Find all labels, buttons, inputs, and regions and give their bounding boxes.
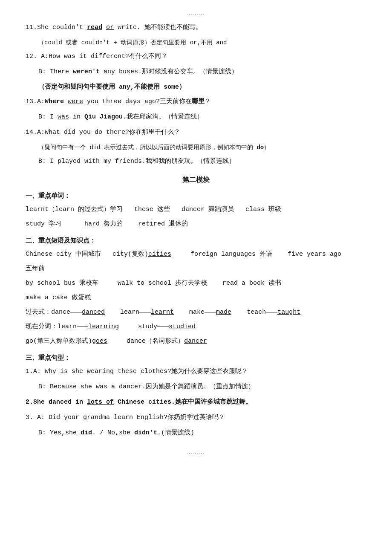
past-tense-line: 过去式：dance———danced learn———learnt make——… (26, 306, 366, 319)
learnt-underline: learnt (151, 309, 174, 316)
bottom-dots: ……… (26, 448, 366, 457)
cities-underline: cities (148, 251, 171, 258)
present-participle-line: 现在分词：learn———learning study———studied (26, 321, 366, 333)
made-underline: made (216, 309, 231, 316)
were-underline: were (68, 98, 83, 105)
go-dance-line: go(第三人称单数形式)goes dance（名词形式）dancer (26, 335, 366, 348)
line-12-note: （否定句和疑问句中要使用 any,不能使用 some） (26, 81, 366, 94)
studied-underline: studied (169, 323, 196, 330)
line-14-note: （疑问句中有一个 did 表示过去式，所以以后面的动词要用原形，例如本句中的 d… (26, 142, 366, 153)
line-14-b: B: I played with my friends.我和我的朋友玩。（情景连… (26, 155, 366, 168)
read-bold: read (87, 24, 102, 31)
do-bold: do (257, 144, 264, 151)
sent-3-a: 3. A: Did your grandma learn English?你奶奶… (26, 411, 366, 424)
werent-bold: weren't (73, 68, 100, 75)
top-dots: ……… (26, 9, 366, 18)
phrase-line-3a: by school bus 乘校车 walk to school 步行去学校 r… (26, 277, 366, 290)
where-bold: Where (45, 98, 64, 105)
because-underline: Because (50, 383, 77, 390)
sentences-title: 三、重点句型： (26, 352, 366, 364)
nali-bold: 哪里 (192, 98, 205, 105)
sent-2-bold: 2.She danced in lots of Chinese cities.她… (26, 399, 252, 406)
learning-underline: learning (88, 323, 119, 330)
any-underline: any (104, 68, 115, 75)
qiu-jiagou-bold: Qiu Jiagou (84, 113, 123, 121)
phrases-title: 二、重点短语及知识点： (26, 235, 366, 246)
line-12-b: B: There weren't any buses.那时候没有公交车。（情景连… (26, 66, 366, 78)
line-14-a: 14.A:What did you do there?你在那里干什么？ (26, 126, 366, 139)
vocab-line-2: study 学习 hard 努力的 retired 退休的 (26, 218, 366, 231)
sent-1-b: B: Because she was a dancer.因为她是个舞蹈演员。（重… (26, 381, 366, 393)
vocab-title: 一、重点单词： (26, 190, 366, 202)
sent-2: 2.She danced in lots of Chinese cities.她… (26, 396, 366, 409)
sent-3-b: B: Yes,she did. / No,she didn't.(情景连线) (26, 427, 366, 439)
sent-1-a: 1.A: Why is she wearing these clothes?她为… (26, 365, 366, 378)
did-bold: did (81, 429, 92, 436)
line-11-text: 11.She couldn't read or write. 她不能读也不能写。 (26, 24, 202, 31)
line-11-note: （could 或者 couldn't + 动词原形）否定句里要用 or,不用 a… (26, 37, 366, 49)
phrase-line-3b: make a cake 做蛋糕 (26, 292, 366, 304)
line-11: 11.She couldn't read or write. 她不能读也不能写。 (26, 21, 366, 34)
line-13-a: 13.A:Where were you three days ago?三天前你在… (26, 95, 366, 108)
goes-underline: goes (92, 338, 107, 345)
dancer-underline: dancer (184, 338, 207, 345)
section-2-title: 第二模块 (26, 174, 366, 186)
lots-of-underline: lots of (87, 399, 114, 406)
phrase-line-2: 五年前 (26, 263, 366, 275)
line-13-b: B: I was in Qiu Jiagou.我在邱家沟。（情景连线） (26, 111, 366, 124)
line-12-a: 12. A:How was it different?有什么不同？ (26, 50, 366, 63)
was-underline: was (58, 113, 69, 121)
vocab-line-1: learnt（learn 的过去式）学习 these 这些 dancer 舞蹈演… (26, 203, 366, 216)
didnt-bold: didn't (134, 429, 157, 436)
phrase-line-1: Chinese city 中国城市 city(复数)cities foreign… (26, 248, 366, 261)
danced-underline: danced (82, 309, 105, 316)
taught-underline: taught (277, 309, 300, 316)
